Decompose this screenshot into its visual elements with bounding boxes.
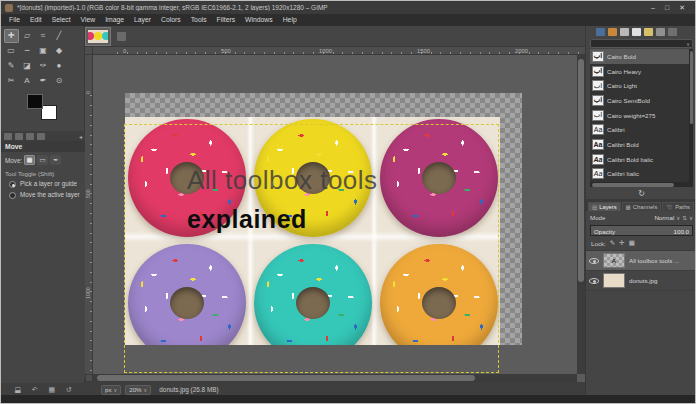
- menu-item[interactable]: Filters: [212, 14, 241, 26]
- dialog-tab-icon[interactable]: [632, 28, 641, 36]
- toolbox-tool[interactable]: ◪: [20, 59, 35, 73]
- foreground-color-swatch[interactable]: [27, 94, 43, 109]
- horizontal-scrollbar-thumb[interactable]: [97, 375, 475, 381]
- delete-preset-icon[interactable]: ▦: [48, 386, 55, 394]
- background-color-swatch[interactable]: [41, 105, 57, 120]
- menu-item[interactable]: Select: [47, 14, 76, 26]
- save-preset-icon[interactable]: ⬓: [14, 386, 21, 394]
- dock-tab[interactable]: ▤ Layers: [588, 202, 621, 211]
- zoom-dropdown[interactable]: 20% ∨: [125, 385, 151, 395]
- toolbox-tool[interactable]: ╱: [52, 29, 67, 43]
- device-status-tab-icon[interactable]: [15, 133, 23, 140]
- restore-preset-icon[interactable]: ↶: [32, 386, 38, 394]
- menu-item[interactable]: Edit: [25, 14, 47, 26]
- lock-icon[interactable]: ✛: [619, 239, 624, 247]
- maximize-button[interactable]: □: [665, 1, 669, 14]
- font-list-item[interactable]: اب Cairo SemiBold: [590, 93, 693, 108]
- mode-switch-icon[interactable]: ⇅: [682, 215, 687, 221]
- vertical-ruler[interactable]: 05001000: [85, 55, 93, 374]
- toolbox-tool[interactable]: ●: [52, 59, 67, 73]
- radio-icon[interactable]: [9, 181, 16, 188]
- canvas-viewport[interactable]: All toolbox tools explained: [93, 55, 577, 374]
- chevron-down-icon[interactable]: ∨: [689, 215, 693, 221]
- font-list-item[interactable]: اب Cairo Bold: [590, 49, 693, 64]
- minimize-button[interactable]: –: [651, 1, 655, 14]
- reset-preset-icon[interactable]: ↺: [66, 386, 72, 394]
- font-list-item[interactable]: Aa Calibri Bold Italic: [590, 152, 693, 167]
- toolbox-tool[interactable]: A: [20, 74, 35, 88]
- font-list-hscrollbar-thumb[interactable]: [592, 183, 674, 187]
- dialog-tab-icon[interactable]: [668, 28, 677, 36]
- toolbox-tool[interactable]: ⊙: [52, 74, 67, 88]
- font-list-item[interactable]: اب Cairo Light: [590, 78, 693, 93]
- quick-mask-button[interactable]: [85, 374, 93, 382]
- menu-item[interactable]: Windows: [240, 14, 278, 26]
- font-list-item[interactable]: اب Cairo weight=275: [590, 108, 693, 123]
- font-list-scrollbar[interactable]: [689, 49, 693, 182]
- radio-icon[interactable]: [9, 192, 16, 199]
- font-list-item[interactable]: Aa Calibri Italic: [590, 167, 693, 182]
- image-tab[interactable]: [85, 27, 111, 46]
- lock-icon[interactable]: ✎: [610, 239, 615, 247]
- tool-options-tab-icon[interactable]: [4, 133, 12, 140]
- menu-item[interactable]: View: [76, 14, 101, 26]
- dialog-tab-icon[interactable]: [596, 28, 605, 36]
- horizontal-ruler[interactable]: 0500100015002000: [93, 47, 585, 55]
- dialog-tab-icon[interactable]: [608, 28, 617, 36]
- font-list-item[interactable]: Aa Calibri: [590, 122, 693, 137]
- toolbox-tool[interactable]: ✑: [36, 59, 51, 73]
- move-mode-button[interactable]: ▭: [37, 155, 48, 165]
- toolbox-tool[interactable]: ◆: [52, 44, 67, 58]
- font-list-item[interactable]: Aa Calibri Bold: [590, 137, 693, 152]
- tool-option-radio[interactable]: Pick a layer or guide: [1, 178, 85, 189]
- layer-row[interactable]: A All toolbox tools ...: [586, 251, 696, 271]
- menu-item[interactable]: File: [4, 14, 25, 26]
- horizontal-scrollbar[interactable]: [93, 374, 577, 382]
- menu-item[interactable]: Layer: [129, 14, 156, 26]
- tool-option-radio[interactable]: Move the active layer: [1, 189, 85, 200]
- color-swatches[interactable]: [27, 94, 57, 120]
- toolbox-tool[interactable]: ✎: [4, 59, 19, 73]
- ruler-corner-button[interactable]: [85, 47, 93, 55]
- layer-row[interactable]: donuts.jpg: [586, 271, 696, 291]
- font-filter-input[interactable]: ∨: [590, 39, 693, 48]
- dock-menu-icon[interactable]: ◂: [79, 133, 82, 140]
- menu-item[interactable]: Colors: [156, 14, 186, 26]
- undo-history-tab-icon[interactable]: [26, 133, 34, 140]
- close-button[interactable]: ✕: [679, 1, 685, 14]
- toolbox-tool[interactable]: ✛: [4, 29, 19, 43]
- dock-tab[interactable]: ▦ Channels: [622, 202, 662, 211]
- font-list-item[interactable]: اب Cairo Heavy: [590, 64, 693, 79]
- layer-visibility-eye-icon[interactable]: [589, 258, 599, 264]
- toolbox-tool[interactable]: ∽: [20, 44, 35, 58]
- unit-dropdown[interactable]: px ∨: [101, 385, 121, 395]
- toolbox-tool[interactable]: ▭: [4, 44, 19, 58]
- move-mode-button[interactable]: ✒: [50, 155, 61, 165]
- refresh-fonts-icon[interactable]: ↻: [638, 189, 645, 198]
- dialog-tab-icon[interactable]: [656, 28, 665, 36]
- layer-visibility-eye-icon[interactable]: [589, 278, 599, 284]
- opacity-slider[interactable]: Opacity 100.0: [590, 225, 693, 236]
- font-name: Calibri Bold: [607, 141, 639, 148]
- mode-select[interactable]: Normal ∨: [654, 214, 680, 221]
- toolbox-tool[interactable]: ✂: [4, 74, 19, 88]
- menu-item[interactable]: Help: [278, 14, 302, 26]
- font-list-scrollbar-thumb[interactable]: [690, 51, 693, 124]
- toolbox-tool[interactable]: ▱: [20, 29, 35, 43]
- dock-tab[interactable]: ➰ Paths: [662, 202, 694, 211]
- dock-tab-icon: ➰: [666, 204, 673, 210]
- dialog-tab-icon[interactable]: [620, 28, 629, 36]
- menu-item[interactable]: Image: [100, 14, 129, 26]
- font-list-hscrollbar[interactable]: [590, 182, 693, 187]
- toolbox-tool[interactable]: ▣: [36, 44, 51, 58]
- vertical-scrollbar[interactable]: [577, 55, 585, 374]
- tab-list-button[interactable]: [117, 32, 126, 41]
- toolbox-tool[interactable]: ✒: [36, 74, 51, 88]
- move-mode-button[interactable]: ▦: [24, 155, 35, 165]
- lock-icon[interactable]: ▦: [629, 239, 635, 247]
- vertical-scrollbar-thumb[interactable]: [578, 59, 584, 282]
- toolbox-tool[interactable]: ≈: [36, 29, 51, 43]
- images-tab-icon[interactable]: [37, 133, 45, 140]
- menu-item[interactable]: Tools: [186, 14, 212, 26]
- dialog-tab-icon[interactable]: [644, 28, 653, 36]
